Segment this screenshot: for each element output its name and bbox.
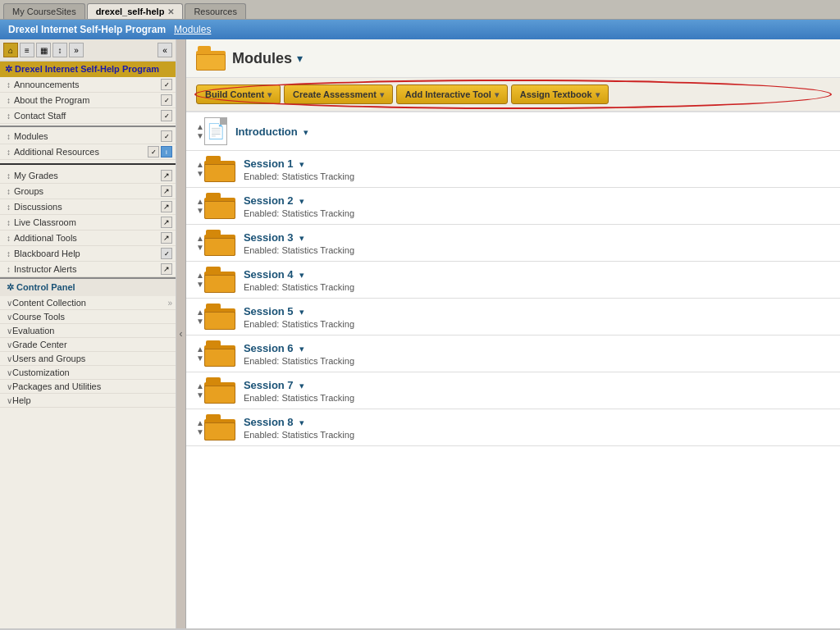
cp-item-course-tools[interactable]: ∨ Course Tools [0, 310, 176, 324]
row-dropdown-icon[interactable]: ▾ [299, 381, 304, 390]
sidebar-item-additional-resources[interactable]: ↕ Additional Resources ✓ i [0, 144, 176, 160]
row-move-handle[interactable]: ▲ ▼ [196, 160, 204, 178]
row-move-handle[interactable]: ▲ ▼ [196, 197, 204, 215]
row-title[interactable]: Session 2 [244, 194, 294, 207]
row-content: Session 5 ▾ Enabled: Statistics Tracking [244, 305, 830, 329]
sidebar-collapse-handle[interactable]: ‹ [176, 39, 186, 628]
table-row: ▲ ▼ Session 1 ▾ Enabled: Statistics Trac… [186, 151, 840, 188]
sidebar-grid-icon[interactable]: ▦ [36, 43, 51, 57]
sidebar-item-contact[interactable]: ↕ Contact Staff ✓ [0, 108, 176, 124]
sidebar-item-instructor-alerts[interactable]: ↕ Instructor Alerts ↗ [0, 262, 176, 277]
row-dropdown-icon[interactable]: ▾ [299, 418, 304, 427]
sidebar-item-live-classroom[interactable]: ↕ Live Classroom ↗ [0, 215, 176, 231]
cp-item-label: Customization [12, 368, 172, 377]
up-arrow-icon[interactable]: ▲ [196, 197, 204, 206]
row-move-handle[interactable]: ▲ ▼ [196, 308, 204, 326]
sidebar-home-icon[interactable]: ⌂ [3, 43, 18, 57]
down-arrow-icon[interactable]: ▼ [196, 317, 204, 326]
cp-item-help[interactable]: ∨ Help [0, 394, 176, 408]
build-content-button[interactable]: Build Content ▾ [196, 84, 281, 104]
down-arrow-icon[interactable]: ▼ [196, 280, 204, 289]
row-title[interactable]: Session 8 [244, 416, 294, 428]
app-header-nav[interactable]: Modules [174, 24, 211, 35]
sidebar-item-label: Instructor Alerts [14, 264, 159, 274]
row-dropdown-icon[interactable]: ▾ [299, 233, 304, 243]
row-dropdown-icon[interactable]: ▾ [299, 307, 304, 317]
row-dropdown-icon[interactable]: ▾ [299, 270, 304, 280]
add-interactive-tool-button[interactable]: Add Interactive Tool ▾ [396, 84, 508, 104]
sidebar-item-discussions[interactable]: ↕ Discussions ↗ [0, 199, 176, 215]
cp-item-evaluation[interactable]: ∨ Evaluation [0, 324, 176, 338]
row-move-handle[interactable]: ▲ ▼ [196, 418, 204, 436]
row-title[interactable]: Session 5 [244, 305, 294, 317]
up-arrow-icon[interactable]: ▲ [196, 271, 204, 280]
cp-item-packages[interactable]: ∨ Packages and Utilities [0, 380, 176, 394]
sidebar-item-my-grades[interactable]: ↕ My Grades ↗ [0, 168, 176, 184]
up-arrow-icon[interactable]: ▲ [196, 234, 204, 243]
row-title[interactable]: Session 4 [244, 268, 294, 281]
cp-item-grade-center[interactable]: ∨ Grade Center [0, 338, 176, 352]
cp-item-users-groups[interactable]: ∨ Users and Groups [0, 352, 176, 366]
cp-item-customization[interactable]: ∨ Customization [0, 366, 176, 380]
up-arrow-icon[interactable]: ▲ [196, 381, 204, 390]
row-dropdown-icon[interactable]: ▾ [299, 196, 304, 206]
tab-drexel-self-help[interactable]: drexel_self-help ✕ [87, 3, 184, 19]
sidebar-course-header[interactable]: ✲ Drexel Internet Self-Help Program [0, 62, 176, 77]
down-arrow-icon[interactable]: ▼ [196, 243, 204, 252]
chevron-icon: ∨ [7, 354, 12, 363]
up-arrow-icon[interactable]: ▲ [196, 160, 204, 169]
row-dropdown-icon[interactable]: ▾ [299, 159, 304, 169]
sidebar-item-additional-tools[interactable]: ↕ Additional Tools ↗ [0, 231, 176, 246]
tab-my-course-sites[interactable]: My CourseSites [3, 3, 85, 19]
tab-resources[interactable]: Resources [185, 3, 246, 19]
dropdown-arrow-icon: ▾ [596, 90, 600, 99]
down-arrow-icon[interactable]: ▼ [196, 354, 204, 363]
check-icon: ✓ [161, 248, 172, 259]
row-move-handle[interactable]: ▲ ▼ [196, 122, 204, 140]
row-move-handle[interactable]: ▲ ▼ [196, 345, 204, 363]
tab-close-icon[interactable]: ✕ [167, 7, 174, 16]
down-arrow-icon[interactable]: ▼ [196, 206, 204, 215]
up-arrow-icon[interactable]: ▲ [196, 418, 204, 427]
external-icon: ↗ [161, 263, 172, 275]
up-arrow-icon[interactable]: ▲ [196, 308, 204, 317]
sidebar-item-announcements[interactable]: ↕ Announcements ✓ [0, 77, 176, 93]
sidebar-list-icon[interactable]: ≡ [20, 43, 34, 57]
down-arrow-icon[interactable]: ▼ [196, 390, 204, 399]
sidebar-collapse-btn[interactable]: « [158, 43, 172, 57]
check-icon: ✓ [161, 130, 172, 142]
sidebar-item-about[interactable]: ↕ About the Program ✓ [0, 93, 176, 108]
row-title[interactable]: Session 6 [244, 342, 294, 354]
row-move-handle[interactable]: ▲ ▼ [196, 271, 204, 289]
up-arrow-icon[interactable]: ▲ [196, 345, 204, 354]
create-assessment-button[interactable]: Create Assessment ▾ [284, 84, 393, 104]
external-icon: ↗ [161, 217, 172, 228]
sidebar-item-blackboard-help[interactable]: ↕ Blackboard Help ✓ [0, 246, 176, 262]
tab-bar: My CourseSites drexel_self-help ✕ Resour… [0, 0, 840, 19]
updown-icon: ↕ [7, 171, 11, 180]
row-dropdown-icon[interactable]: ▾ [304, 127, 308, 137]
modules-dropdown-icon[interactable]: ▾ [297, 52, 303, 65]
sidebar-course-link[interactable]: ✲ Drexel Internet Self-Help Program [5, 64, 159, 74]
row-move-handle[interactable]: ▲ ▼ [196, 234, 204, 252]
assign-textbook-button[interactable]: Assign Textbook ▾ [511, 84, 609, 104]
down-arrow-icon[interactable]: ▼ [196, 427, 204, 436]
page-title: Modules [232, 50, 292, 67]
down-arrow-icon[interactable]: ▼ [196, 131, 204, 140]
sidebar-item-groups[interactable]: ↕ Groups ↗ [0, 184, 176, 199]
row-title[interactable]: Session 7 [244, 379, 294, 391]
sidebar-item-modules[interactable]: ↕ Modules ✓ [0, 129, 176, 144]
chevron-icon: ∨ [7, 382, 12, 391]
cp-item-content-collection[interactable]: ∨ Content Collection » [0, 296, 176, 310]
sidebar-expand-icon[interactable]: » [69, 43, 84, 57]
sidebar-sort-icon[interactable]: ↕ [52, 43, 67, 57]
row-title[interactable]: Session 3 [244, 231, 294, 244]
row-title[interactable]: Session 1 [244, 158, 294, 170]
row-move-handle[interactable]: ▲ ▼ [196, 381, 204, 399]
row-dropdown-icon[interactable]: ▾ [299, 344, 304, 354]
down-arrow-icon[interactable]: ▼ [196, 169, 204, 178]
row-subtitle: Enabled: Statistics Tracking [244, 430, 830, 440]
sidebar-item-label: About the Program [14, 95, 159, 105]
row-title[interactable]: Introduction [235, 126, 298, 138]
up-arrow-icon[interactable]: ▲ [196, 122, 204, 131]
